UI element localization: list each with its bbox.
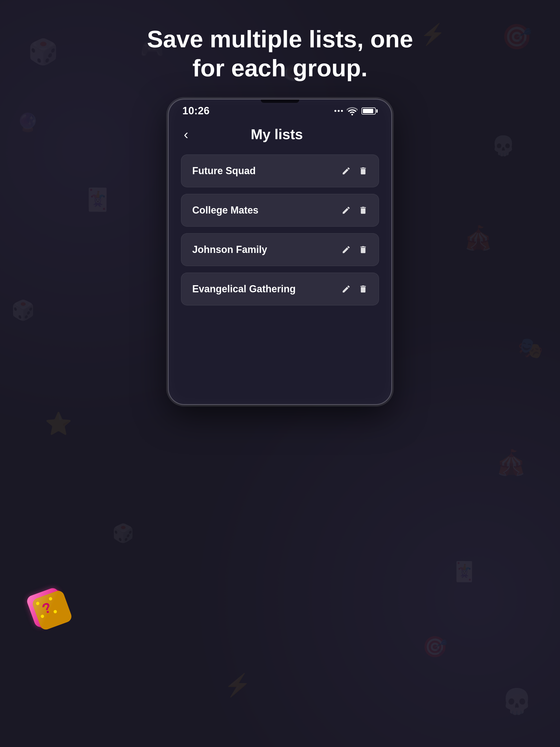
signal-dots-icon xyxy=(334,110,343,112)
delete-icon[interactable] xyxy=(358,206,368,215)
list-item[interactable]: Johnson Family xyxy=(181,233,379,266)
back-button[interactable]: ‹ xyxy=(182,125,193,144)
header-text: Save multiple lists, one for each group. xyxy=(147,0,413,82)
page-title: My lists xyxy=(193,126,361,143)
list-item-actions xyxy=(341,206,368,215)
battery-icon xyxy=(361,107,378,114)
list-item-name: Future Squad xyxy=(192,165,256,177)
list-item-actions xyxy=(341,245,368,254)
wifi-icon xyxy=(347,107,358,115)
list-item-actions xyxy=(341,284,368,294)
delete-icon[interactable] xyxy=(358,166,368,176)
edit-icon[interactable] xyxy=(341,206,351,215)
list-item-name: Evangelical Gathering xyxy=(192,283,296,295)
edit-icon[interactable] xyxy=(341,284,351,294)
dice-decoration: ? xyxy=(30,591,68,629)
dice-icon: ? xyxy=(25,587,68,628)
svg-text:?: ? xyxy=(40,599,54,617)
nav-header: ‹ My lists xyxy=(169,120,391,152)
svg-point-2 xyxy=(48,597,52,601)
edit-icon[interactable] xyxy=(341,166,351,176)
list-item[interactable]: Evangelical Gathering xyxy=(181,273,379,305)
list-item-name: College Mates xyxy=(192,205,258,216)
status-time: 10:26 xyxy=(182,105,210,117)
edit-icon[interactable] xyxy=(341,245,351,254)
svg-point-4 xyxy=(53,610,57,614)
status-icons xyxy=(334,107,378,115)
list-item[interactable]: Future Squad xyxy=(181,154,379,187)
device-notch xyxy=(261,100,299,103)
list-item-name: Johnson Family xyxy=(192,244,267,255)
lists-container: Future Squad College Mates xyxy=(169,152,391,404)
list-item[interactable]: College Mates xyxy=(181,194,379,227)
delete-icon[interactable] xyxy=(358,284,368,294)
device-frame: 10:26 ‹ My lists xyxy=(168,99,392,405)
header-line2: for each group. xyxy=(193,54,368,81)
delete-icon[interactable] xyxy=(358,245,368,254)
header-line1: Save multiple lists, one xyxy=(147,25,413,52)
list-item-actions xyxy=(341,166,368,176)
svg-point-1 xyxy=(35,601,40,606)
svg-point-3 xyxy=(40,614,44,618)
